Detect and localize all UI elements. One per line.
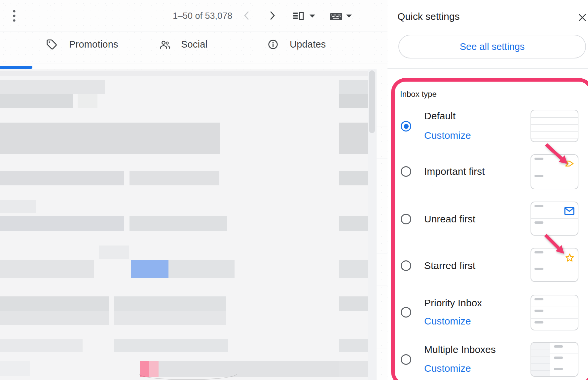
radio-priority-inbox[interactable] [401, 307, 411, 318]
envelope-icon [564, 207, 574, 216]
blurred-block [78, 94, 97, 108]
thumb-text-pill [534, 298, 543, 300]
thumb-text-pill [534, 321, 543, 323]
chevron-right-icon[interactable] [268, 11, 277, 20]
option-priority-inbox-label[interactable]: Priority Inbox [424, 298, 482, 308]
unread-first-thumbnail [531, 202, 578, 236]
blurred-block [0, 123, 220, 154]
option-default-customize-link[interactable]: Customize [424, 131, 471, 140]
more-vertical-icon[interactable] [10, 9, 18, 22]
tab-updates-label: Updates [290, 39, 326, 50]
default-inbox-thumbnail [531, 110, 578, 142]
blurred-block [0, 216, 124, 231]
radio-default[interactable] [401, 121, 411, 132]
blurred-block [129, 216, 227, 231]
radio-starred-first[interactable] [401, 260, 411, 271]
thumb-text-pill [534, 310, 543, 312]
option-multiple-inboxes-label[interactable]: Multiple Inboxes [424, 345, 496, 355]
blurred-block [339, 171, 368, 185]
blurred-block [131, 260, 168, 278]
radio-important-first[interactable] [401, 166, 411, 177]
thumb-text-pill [554, 368, 563, 370]
blurred-block [114, 311, 226, 325]
thumb-line [531, 138, 578, 138]
thumb-text-pill [534, 268, 543, 270]
option-important-first-label[interactable]: Important first [424, 167, 485, 176]
inbox-option-starred-first: Starred first [391, 248, 586, 282]
panel-divider [387, 68, 588, 69]
multiple-inboxes-thumbnail [531, 342, 578, 377]
thumb-section [531, 172, 578, 189]
pagination-count: 1–50 of 53,078 [173, 11, 232, 21]
thumb-section [550, 365, 578, 376]
blurred-block [339, 123, 368, 154]
blurred-block [0, 200, 36, 213]
blurred-block [99, 246, 129, 259]
blurred-block [339, 94, 368, 108]
radio-unread-first[interactable] [401, 214, 411, 224]
thumb-left-column [531, 343, 550, 376]
blurred-block [114, 296, 226, 311]
star-icon [565, 253, 574, 264]
email-list[interactable] [0, 69, 377, 380]
thumb-line [531, 350, 550, 350]
blurred-block [0, 311, 109, 325]
option-priority-inbox-customize-link[interactable]: Customize [424, 316, 471, 326]
inbox-option-default: Default Customize [391, 110, 586, 142]
thumb-section [550, 343, 578, 354]
option-starred-first-label[interactable]: Starred first [424, 261, 475, 271]
important-first-thumbnail [531, 154, 578, 189]
blurred-block [339, 216, 368, 231]
blurred-block [339, 80, 368, 94]
panel-title: Quick settings [397, 11, 459, 22]
blurred-block [339, 361, 368, 377]
people-icon [159, 39, 170, 50]
inbox-option-important-first: Important first [391, 154, 586, 189]
thumb-right-column [550, 343, 578, 376]
thumb-line [531, 124, 578, 125]
thumb-section [531, 155, 578, 172]
tag-icon [46, 39, 57, 50]
keyboard-icon[interactable] [330, 13, 342, 20]
inbox-option-priority-inbox: Priority Inbox Customize [391, 295, 586, 330]
blurred-block [339, 260, 368, 278]
tab-social-label: Social [181, 39, 207, 50]
blurred-block [114, 339, 228, 352]
priority-inbox-thumbnail [531, 295, 578, 330]
close-icon[interactable] [577, 13, 587, 22]
list-scrollbar-thumb[interactable] [369, 70, 375, 133]
blurred-block [0, 260, 94, 278]
thumb-line [531, 117, 578, 118]
blurred-block [0, 339, 83, 352]
keyboard-dropdown-icon[interactable] [346, 14, 352, 18]
thumb-text-pill [554, 357, 563, 359]
split-pane-dropdown-icon[interactable] [309, 14, 315, 18]
thumb-section [531, 248, 578, 265]
blurred-block [0, 71, 368, 76]
thumb-section [531, 295, 578, 307]
see-all-settings-button[interactable]: See all settings [398, 35, 586, 58]
blurred-email-rows [0, 69, 377, 380]
split-pane-icon[interactable] [293, 12, 304, 20]
blurred-block [339, 339, 368, 352]
blurred-block [129, 171, 219, 185]
tab-promotions-label: Promotions [69, 39, 118, 50]
option-default-label[interactable]: Default [424, 111, 456, 121]
thumb-section [531, 265, 578, 281]
thumb-text-pill [534, 251, 543, 253]
thumb-section [531, 218, 578, 235]
blurred-block [0, 361, 30, 376]
info-icon [268, 39, 278, 50]
option-multiple-inboxes-customize-link[interactable]: Customize [424, 363, 471, 373]
thumb-text-pill [554, 345, 563, 348]
inbox-option-multiple-inboxes: Multiple Inboxes Customize [391, 342, 586, 377]
option-unread-first-label[interactable]: Unread first [424, 214, 475, 224]
radio-multiple-inboxes[interactable] [401, 354, 411, 365]
blurred-block [168, 260, 235, 278]
thumb-line [531, 131, 578, 132]
chevron-left-icon[interactable] [242, 11, 251, 20]
thumb-text-pill [534, 175, 543, 177]
tab-updates[interactable]: Updates [268, 39, 326, 50]
tab-social[interactable]: Social [159, 39, 207, 50]
tab-promotions[interactable]: Promotions [46, 39, 118, 50]
